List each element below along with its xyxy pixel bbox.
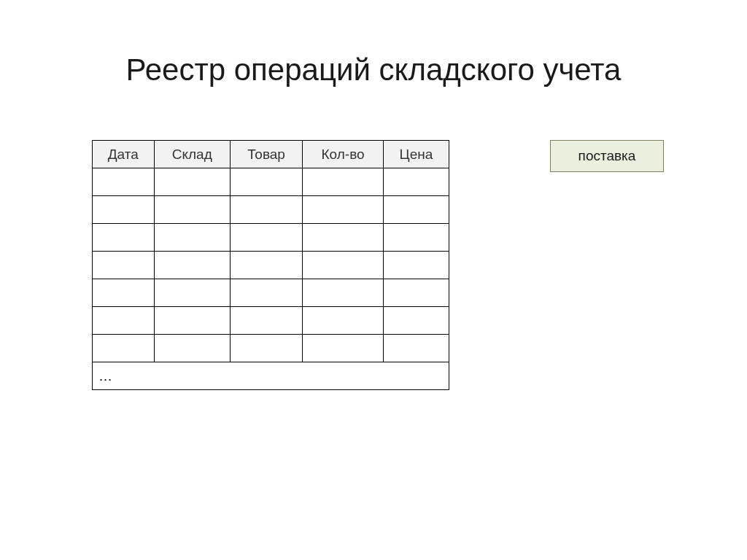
table-row bbox=[93, 168, 449, 196]
operations-table: Дата Склад Товар Кол-во Цена … bbox=[92, 140, 449, 390]
table-cell bbox=[383, 196, 449, 224]
table-cell bbox=[93, 307, 155, 335]
table-cell bbox=[154, 307, 230, 335]
table-cell bbox=[93, 335, 155, 362]
table-row bbox=[93, 307, 449, 335]
table-cell bbox=[303, 252, 384, 279]
table-cell bbox=[93, 252, 155, 279]
table-cell bbox=[303, 335, 384, 362]
table-cell bbox=[303, 307, 384, 335]
table-cell bbox=[154, 279, 230, 307]
table-cell bbox=[154, 335, 230, 362]
col-quantity: Кол-во bbox=[303, 141, 384, 168]
table-row bbox=[93, 279, 449, 307]
table-row bbox=[93, 335, 449, 362]
table-row bbox=[93, 252, 449, 279]
table-cell bbox=[383, 307, 449, 335]
table-cell bbox=[154, 196, 230, 224]
table-cell bbox=[303, 168, 384, 196]
table-cell bbox=[230, 335, 302, 362]
table-cell bbox=[383, 335, 449, 362]
table-cell bbox=[303, 196, 384, 224]
col-price: Цена bbox=[383, 141, 449, 168]
table-cell bbox=[383, 168, 449, 196]
supply-button[interactable]: поставка bbox=[550, 140, 664, 172]
col-warehouse: Склад bbox=[154, 141, 230, 168]
table-cell bbox=[154, 252, 230, 279]
table-cell bbox=[230, 279, 302, 307]
table-cell bbox=[93, 279, 155, 307]
table-cell bbox=[230, 252, 302, 279]
supply-button-label: поставка bbox=[578, 148, 636, 164]
table-row-ellipsis: … bbox=[93, 362, 449, 390]
table-cell bbox=[230, 307, 302, 335]
table-cell bbox=[230, 168, 302, 196]
table-cell bbox=[303, 279, 384, 307]
table-cell bbox=[93, 224, 155, 252]
table-cell bbox=[93, 196, 155, 224]
table-row bbox=[93, 224, 449, 252]
col-date: Дата bbox=[93, 141, 155, 168]
table-cell bbox=[383, 224, 449, 252]
table-row bbox=[93, 196, 449, 224]
table-cell bbox=[154, 224, 230, 252]
table-cell bbox=[383, 279, 449, 307]
table-cell bbox=[230, 196, 302, 224]
operations-table-container: Дата Склад Товар Кол-во Цена … bbox=[92, 140, 449, 390]
table-cell bbox=[93, 168, 155, 196]
table-cell bbox=[154, 168, 230, 196]
table-cell bbox=[303, 224, 384, 252]
table-cell bbox=[230, 224, 302, 252]
table-ellipsis-cell: … bbox=[93, 362, 449, 390]
page-title: Реестр операций складского учета bbox=[0, 52, 747, 88]
table-header-row: Дата Склад Товар Кол-во Цена bbox=[93, 141, 449, 168]
table-cell bbox=[383, 252, 449, 279]
col-product: Товар bbox=[230, 141, 302, 168]
